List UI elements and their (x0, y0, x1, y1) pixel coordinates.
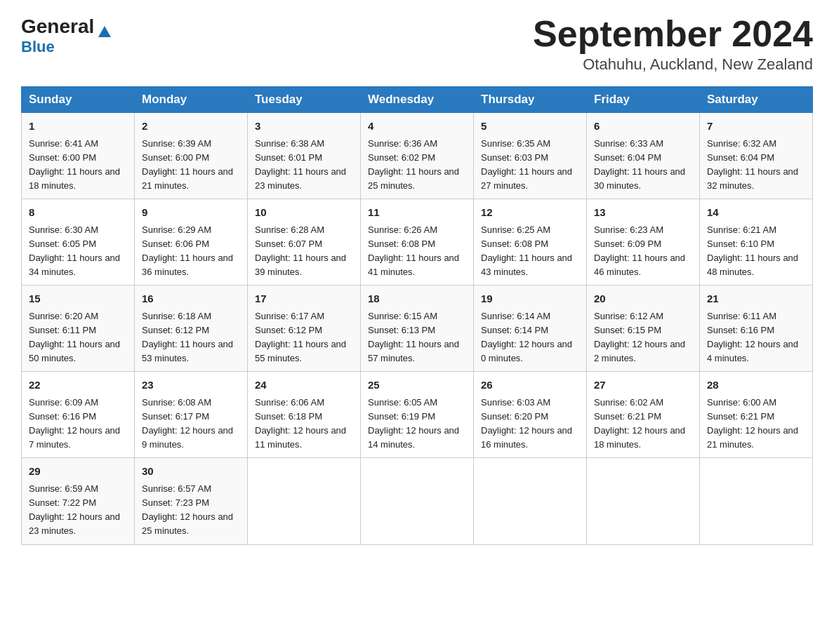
logo: General Blue (21, 14, 112, 56)
calendar-cell (700, 458, 813, 544)
calendar-cell: 17 Sunrise: 6:17 AM Sunset: 6:12 PM Dayl… (248, 286, 361, 372)
calendar-cell: 15 Sunrise: 6:20 AM Sunset: 6:11 PM Dayl… (22, 286, 135, 372)
day-info: Sunrise: 6:15 AM Sunset: 6:13 PM Dayligh… (368, 309, 466, 366)
day-info: Sunrise: 6:23 AM Sunset: 6:09 PM Dayligh… (594, 223, 692, 280)
day-number: 16 (142, 291, 240, 307)
calendar-cell: 16 Sunrise: 6:18 AM Sunset: 6:12 PM Dayl… (135, 286, 248, 372)
calendar-cell: 29 Sunrise: 6:59 AM Sunset: 7:22 PM Dayl… (22, 458, 135, 544)
day-number: 29 (29, 464, 127, 480)
day-info: Sunrise: 6:08 AM Sunset: 6:17 PM Dayligh… (142, 396, 240, 452)
calendar-cell: 7 Sunrise: 6:32 AM Sunset: 6:04 PM Dayli… (700, 113, 813, 199)
day-info: Sunrise: 6:35 AM Sunset: 6:03 PM Dayligh… (481, 137, 579, 194)
day-number: 6 (594, 119, 692, 135)
logo-blue-text: Blue (21, 38, 55, 56)
calendar-cell: 3 Sunrise: 6:38 AM Sunset: 6:01 PM Dayli… (248, 113, 361, 199)
calendar-cell: 9 Sunrise: 6:29 AM Sunset: 6:06 PM Dayli… (135, 199, 248, 286)
day-number: 5 (481, 119, 579, 135)
day-info: Sunrise: 6:14 AM Sunset: 6:14 PM Dayligh… (481, 309, 579, 366)
day-number: 9 (142, 205, 240, 221)
day-info: Sunrise: 6:05 AM Sunset: 6:19 PM Dayligh… (368, 396, 466, 452)
day-number: 19 (481, 291, 579, 307)
col-header-friday: Friday (587, 87, 700, 113)
day-number: 11 (368, 205, 466, 221)
calendar-cell (587, 458, 700, 544)
day-info: Sunrise: 6:26 AM Sunset: 6:08 PM Dayligh… (368, 223, 466, 280)
col-header-sunday: Sunday (22, 87, 135, 113)
calendar-cell: 22 Sunrise: 6:09 AM Sunset: 6:16 PM Dayl… (22, 372, 135, 458)
day-number: 8 (29, 205, 127, 221)
calendar-cell (361, 458, 474, 544)
day-info: Sunrise: 6:12 AM Sunset: 6:15 PM Dayligh… (594, 309, 692, 366)
calendar-week-row: 22 Sunrise: 6:09 AM Sunset: 6:16 PM Dayl… (22, 372, 813, 458)
calendar-cell: 4 Sunrise: 6:36 AM Sunset: 6:02 PM Dayli… (361, 113, 474, 199)
calendar-cell: 19 Sunrise: 6:14 AM Sunset: 6:14 PM Dayl… (474, 286, 587, 372)
calendar-cell: 12 Sunrise: 6:25 AM Sunset: 6:08 PM Dayl… (474, 199, 587, 286)
calendar-week-row: 29 Sunrise: 6:59 AM Sunset: 7:22 PM Dayl… (22, 458, 813, 544)
calendar-cell: 6 Sunrise: 6:33 AM Sunset: 6:04 PM Dayli… (587, 113, 700, 199)
day-info: Sunrise: 6:11 AM Sunset: 6:16 PM Dayligh… (707, 309, 805, 366)
logo-triangle-icon (97, 24, 112, 39)
day-info: Sunrise: 6:18 AM Sunset: 6:12 PM Dayligh… (142, 309, 240, 366)
day-info: Sunrise: 6:28 AM Sunset: 6:07 PM Dayligh… (255, 223, 353, 280)
day-number: 7 (707, 119, 805, 135)
calendar-cell: 28 Sunrise: 6:00 AM Sunset: 6:21 PM Dayl… (700, 372, 813, 458)
calendar-cell: 2 Sunrise: 6:39 AM Sunset: 6:00 PM Dayli… (135, 113, 248, 199)
day-number: 15 (29, 291, 127, 307)
calendar-cell: 13 Sunrise: 6:23 AM Sunset: 6:09 PM Dayl… (587, 199, 700, 286)
day-number: 17 (255, 291, 353, 307)
calendar-cell: 1 Sunrise: 6:41 AM Sunset: 6:00 PM Dayli… (22, 113, 135, 199)
day-number: 14 (707, 205, 805, 221)
day-number: 22 (29, 377, 127, 394)
day-number: 2 (142, 119, 240, 135)
day-number: 18 (368, 291, 466, 307)
day-number: 20 (594, 291, 692, 307)
svg-marker-0 (98, 26, 111, 37)
col-header-monday: Monday (135, 87, 248, 113)
day-info: Sunrise: 6:39 AM Sunset: 6:00 PM Dayligh… (142, 137, 240, 194)
calendar-week-row: 15 Sunrise: 6:20 AM Sunset: 6:11 PM Dayl… (22, 286, 813, 372)
day-number: 21 (707, 291, 805, 307)
calendar-cell: 27 Sunrise: 6:02 AM Sunset: 6:21 PM Dayl… (587, 372, 700, 458)
day-info: Sunrise: 6:33 AM Sunset: 6:04 PM Dayligh… (594, 137, 692, 194)
day-number: 23 (142, 377, 240, 394)
title-area: September 2024 Otahuhu, Auckland, New Ze… (533, 14, 813, 74)
day-info: Sunrise: 6:03 AM Sunset: 6:20 PM Dayligh… (481, 396, 579, 452)
col-header-saturday: Saturday (700, 87, 813, 113)
col-header-tuesday: Tuesday (248, 87, 361, 113)
day-info: Sunrise: 6:38 AM Sunset: 6:01 PM Dayligh… (255, 137, 353, 194)
day-info: Sunrise: 6:32 AM Sunset: 6:04 PM Dayligh… (707, 137, 805, 194)
day-info: Sunrise: 6:30 AM Sunset: 6:05 PM Dayligh… (29, 223, 127, 280)
col-header-thursday: Thursday (474, 87, 587, 113)
day-number: 13 (594, 205, 692, 221)
calendar-cell: 11 Sunrise: 6:26 AM Sunset: 6:08 PM Dayl… (361, 199, 474, 286)
day-number: 25 (368, 377, 466, 394)
calendar-cell: 26 Sunrise: 6:03 AM Sunset: 6:20 PM Dayl… (474, 372, 587, 458)
day-info: Sunrise: 6:25 AM Sunset: 6:08 PM Dayligh… (481, 223, 579, 280)
day-number: 27 (594, 377, 692, 394)
calendar-cell: 5 Sunrise: 6:35 AM Sunset: 6:03 PM Dayli… (474, 113, 587, 199)
day-number: 1 (29, 119, 127, 135)
calendar-cell: 24 Sunrise: 6:06 AM Sunset: 6:18 PM Dayl… (248, 372, 361, 458)
day-info: Sunrise: 6:57 AM Sunset: 7:23 PM Dayligh… (142, 482, 240, 539)
day-number: 28 (707, 377, 805, 394)
day-info: Sunrise: 6:21 AM Sunset: 6:10 PM Dayligh… (707, 223, 805, 280)
calendar-cell: 21 Sunrise: 6:11 AM Sunset: 6:16 PM Dayl… (700, 286, 813, 372)
calendar-cell: 20 Sunrise: 6:12 AM Sunset: 6:15 PM Dayl… (587, 286, 700, 372)
day-info: Sunrise: 6:29 AM Sunset: 6:06 PM Dayligh… (142, 223, 240, 280)
calendar-cell (474, 458, 587, 544)
day-info: Sunrise: 6:20 AM Sunset: 6:11 PM Dayligh… (29, 309, 127, 366)
calendar-cell: 14 Sunrise: 6:21 AM Sunset: 6:10 PM Dayl… (700, 199, 813, 286)
day-info: Sunrise: 6:36 AM Sunset: 6:02 PM Dayligh… (368, 137, 466, 194)
col-header-wednesday: Wednesday (361, 87, 474, 113)
day-info: Sunrise: 6:17 AM Sunset: 6:12 PM Dayligh… (255, 309, 353, 366)
calendar-table: Sunday Monday Tuesday Wednesday Thursday… (21, 86, 813, 544)
calendar-cell: 25 Sunrise: 6:05 AM Sunset: 6:19 PM Dayl… (361, 372, 474, 458)
calendar-cell: 10 Sunrise: 6:28 AM Sunset: 6:07 PM Dayl… (248, 199, 361, 286)
day-info: Sunrise: 6:00 AM Sunset: 6:21 PM Dayligh… (707, 396, 805, 452)
calendar-week-row: 8 Sunrise: 6:30 AM Sunset: 6:05 PM Dayli… (22, 199, 813, 286)
day-info: Sunrise: 6:59 AM Sunset: 7:22 PM Dayligh… (29, 482, 127, 539)
day-number: 10 (255, 205, 353, 221)
day-info: Sunrise: 6:06 AM Sunset: 6:18 PM Dayligh… (255, 396, 353, 452)
day-number: 12 (481, 205, 579, 221)
calendar-cell (248, 458, 361, 544)
